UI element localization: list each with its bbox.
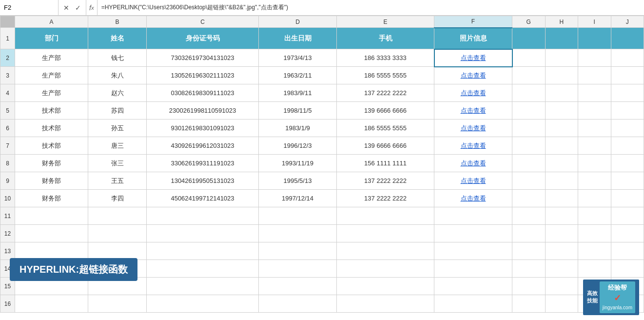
cell-C2[interactable]: 730326197304131023 — [147, 49, 259, 67]
cell-B4[interactable]: 赵六 — [88, 84, 147, 102]
cell-A8[interactable]: 财务部 — [15, 155, 88, 172]
cell-C9[interactable]: 130426199505131023 — [147, 172, 259, 190]
cell-J6[interactable] — [611, 120, 644, 137]
cell-J9[interactable] — [611, 172, 644, 190]
cell-C11[interactable] — [147, 207, 259, 225]
cell-E5[interactable]: 139 6666 6666 — [337, 102, 434, 120]
col-header-A[interactable]: A — [15, 16, 88, 28]
col-header-C[interactable]: C — [147, 16, 259, 28]
cell-C10[interactable]: 450624199712141023 — [147, 190, 259, 207]
cell-J7[interactable] — [611, 137, 644, 155]
cell-A6[interactable]: 技术部 — [15, 120, 88, 137]
col-header-D[interactable]: D — [259, 16, 337, 28]
cell-H8[interactable] — [545, 155, 578, 172]
cell-C5[interactable]: 230026199811059102​3 — [147, 102, 259, 120]
cell-D3[interactable]: 1963/2/11 — [259, 67, 337, 84]
cell-J2[interactable] — [611, 49, 644, 67]
cell-E2[interactable]: 186 3333 3333 — [337, 49, 434, 67]
cell-B5[interactable]: 苏四 — [88, 102, 147, 120]
cell-D11[interactable] — [259, 207, 337, 225]
cell-D10[interactable]: 1997/12/14 — [259, 190, 337, 207]
cell-I3[interactable] — [578, 67, 611, 84]
cell-A11[interactable] — [15, 207, 88, 225]
cell-J8[interactable] — [611, 155, 644, 172]
cell-B9[interactable]: 王五 — [88, 172, 147, 190]
link-F9[interactable]: 点击查看 — [461, 177, 486, 184]
cell-A10[interactable]: 财务部 — [15, 190, 88, 207]
cell-C8[interactable]: 330626199311191023 — [147, 155, 259, 172]
row-num-9[interactable]: 9 — [0, 172, 15, 190]
cell-A3[interactable]: 生产部 — [15, 67, 88, 84]
cell-E7[interactable]: 139 6666 6666 — [337, 137, 434, 155]
header-cell-C[interactable]: 身份证号码 — [147, 28, 259, 49]
cell-H6[interactable] — [545, 120, 578, 137]
link-F4[interactable]: 点击查看 — [461, 89, 486, 97]
cell-H5[interactable] — [545, 102, 578, 120]
cell-H2[interactable] — [545, 49, 578, 67]
cell-J10[interactable] — [611, 190, 644, 207]
cell-G8[interactable] — [512, 155, 546, 172]
cell-C7[interactable]: 430926199612031023 — [147, 137, 259, 155]
cell-D9[interactable]: 1995/5/13 — [259, 172, 337, 190]
cell-I7[interactable] — [578, 137, 611, 155]
row-num-4[interactable]: 4 — [0, 84, 15, 102]
cell-G2[interactable] — [512, 49, 546, 67]
cell-B2[interactable]: 钱七 — [88, 49, 147, 67]
cell-F7[interactable]: 点击查看 — [434, 137, 512, 155]
header-cell-A[interactable]: 部门 — [15, 28, 88, 49]
cell-B3[interactable]: 朱八 — [88, 67, 147, 84]
cell-H9[interactable] — [545, 172, 578, 190]
row-num-13[interactable]: 13 — [0, 242, 15, 260]
cell-I5[interactable] — [578, 102, 611, 120]
row-num-10[interactable]: 10 — [0, 190, 15, 207]
cell-C3[interactable]: 130526196302111023 — [147, 67, 259, 84]
cell-D6[interactable]: 1983/1/9 — [259, 120, 337, 137]
cell-reference[interactable]: F2 — [0, 0, 59, 15]
col-header-I[interactable]: I — [578, 16, 611, 28]
cell-F9[interactable]: 点击查看 — [434, 172, 512, 190]
header-cell-B[interactable]: 姓名 — [88, 28, 147, 49]
cell-F3[interactable]: 点击查看 — [434, 67, 512, 84]
header-cell-D[interactable]: 出生日期 — [259, 28, 337, 49]
cell-F11[interactable] — [434, 207, 512, 225]
cell-A9[interactable]: 财务部 — [15, 172, 88, 190]
cell-F2[interactable]: 点击查看 — [434, 49, 512, 67]
cell-H3[interactable] — [545, 67, 578, 84]
col-header-F[interactable]: F — [434, 16, 512, 28]
link-F8[interactable]: 点击查看 — [461, 160, 486, 167]
cell-G3[interactable] — [512, 67, 546, 84]
row-num-6[interactable]: 6 — [0, 120, 15, 137]
col-header-E[interactable]: E — [337, 16, 434, 28]
col-header-H[interactable]: H — [545, 16, 578, 28]
link-F10[interactable]: 点击查看 — [461, 195, 486, 202]
cell-E11[interactable] — [337, 207, 434, 225]
row-num-7[interactable]: 7 — [0, 137, 15, 155]
cell-J3[interactable] — [611, 67, 644, 84]
row-num-1[interactable]: 1 — [0, 28, 15, 49]
row-num-16[interactable]: 16 — [0, 295, 15, 313]
cell-F5[interactable]: 点击查看 — [434, 102, 512, 120]
cell-I10[interactable] — [578, 190, 611, 207]
cell-H4[interactable] — [545, 84, 578, 102]
cell-E6[interactable]: 186 5555 5555 — [337, 120, 434, 137]
cell-F10[interactable]: 点击查看 — [434, 190, 512, 207]
cell-D2[interactable]: 1973/4/13 — [259, 49, 337, 67]
link-F3[interactable]: 点击查看 — [461, 72, 486, 79]
cell-E10[interactable]: 137 2222 2222 — [337, 190, 434, 207]
cell-G7[interactable] — [512, 137, 546, 155]
confirm-icon[interactable]: ✓ — [73, 4, 83, 12]
cell-G10[interactable] — [512, 190, 546, 207]
cell-B8[interactable]: 张三 — [88, 155, 147, 172]
cell-I4[interactable] — [578, 84, 611, 102]
row-num-11[interactable]: 11 — [0, 207, 15, 225]
row-num-2[interactable]: 2 — [0, 49, 15, 67]
row-num-8[interactable]: 8 — [0, 155, 15, 172]
cell-B6[interactable]: 孙五 — [88, 120, 147, 137]
cell-G9[interactable] — [512, 172, 546, 190]
cell-I8[interactable] — [578, 155, 611, 172]
cell-A4[interactable]: 生产部 — [15, 84, 88, 102]
col-header-J[interactable]: J — [611, 16, 644, 28]
cell-F4[interactable]: 点击查看 — [434, 84, 512, 102]
cell-F6[interactable]: 点击查看 — [434, 120, 512, 137]
link-F6[interactable]: 点击查看 — [461, 124, 486, 132]
